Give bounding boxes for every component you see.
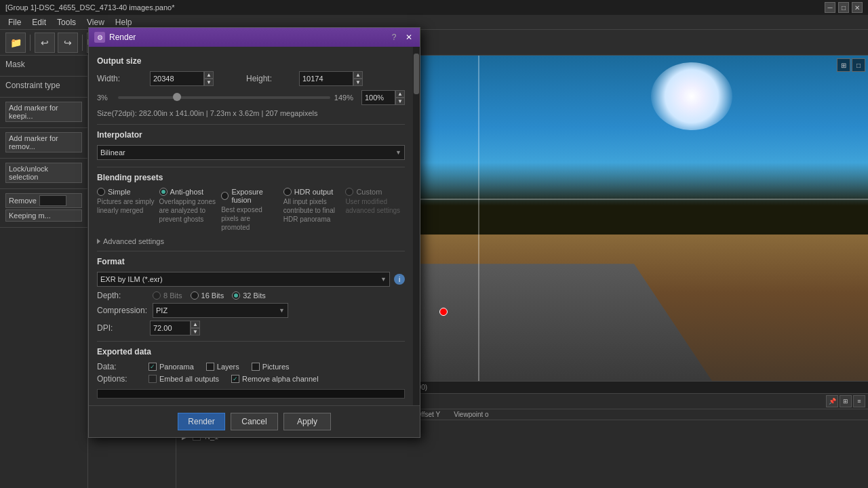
render-button[interactable]: Render bbox=[178, 413, 225, 430]
format-select[interactable]: EXR by ILM (*.exr) ▼ bbox=[97, 272, 390, 287]
blend-custom-desc: User modified advanced settings bbox=[345, 197, 405, 215]
add-keep-marker-button[interactable]: Add marker for keepi... bbox=[5, 102, 82, 122]
redo-button[interactable]: ↪ bbox=[58, 33, 78, 53]
pictures-check-label[interactable]: Pictures bbox=[252, 363, 290, 371]
render-dialog[interactable]: ⚙ Render ? ✕ Output size Width: ▲ ▼ bbox=[88, 27, 420, 438]
remove-alpha-label[interactable]: Remove alpha channel bbox=[231, 375, 319, 383]
undo-button[interactable]: ↩ bbox=[35, 33, 55, 53]
zoom-spin-btns: ▲ ▼ bbox=[395, 90, 405, 105]
dpi-down[interactable]: ▼ bbox=[191, 328, 200, 336]
divider-4 bbox=[97, 341, 405, 342]
add-remove-marker-button[interactable]: Add marker for remov... bbox=[5, 132, 82, 152]
blend-simple-row: Simple bbox=[97, 188, 131, 196]
depth-32bit[interactable]: 32 Bits bbox=[232, 291, 266, 300]
width-input[interactable] bbox=[150, 71, 204, 86]
width-down[interactable]: ▼ bbox=[204, 79, 214, 86]
panorama-label: Panorama bbox=[159, 363, 194, 371]
compression-select[interactable]: PIZ ▼ bbox=[153, 303, 288, 318]
depth-8bit[interactable]: 8 Bits bbox=[153, 291, 182, 300]
remove-alpha-checkbox[interactable] bbox=[231, 375, 239, 383]
blend-hdr-radio[interactable] bbox=[283, 188, 292, 196]
zoom-input[interactable] bbox=[361, 90, 395, 105]
height-spinner[interactable]: ▲ ▼ bbox=[299, 71, 363, 86]
open-button[interactable]: 📁 bbox=[5, 33, 26, 53]
apply-button[interactable]: Apply bbox=[283, 413, 331, 430]
blend-custom-row: Custom bbox=[345, 188, 382, 196]
blend-custom[interactable]: Custom User modified advanced settings bbox=[345, 188, 405, 232]
blend-custom-label: Custom bbox=[356, 188, 382, 196]
list-button[interactable]: ≡ bbox=[853, 395, 865, 407]
dialog-scrollbar-thumb[interactable] bbox=[414, 54, 419, 94]
height-input[interactable] bbox=[299, 71, 353, 86]
zoom-up[interactable]: ▲ bbox=[395, 90, 405, 98]
zoom-down[interactable]: ▼ bbox=[395, 98, 405, 105]
grid-button[interactable]: ⊞ bbox=[840, 395, 852, 407]
grid-view-button[interactable]: ⊞ bbox=[837, 58, 850, 72]
width-label: Width: bbox=[97, 74, 144, 83]
menu-help[interactable]: Help bbox=[110, 16, 138, 28]
zoom-spinner[interactable]: ▲ ▼ bbox=[361, 90, 405, 105]
dialog-scrollbar[interactable] bbox=[413, 47, 420, 405]
depth-label: Depth: bbox=[97, 291, 144, 300]
blend-exposure-label: Exposure fusion bbox=[231, 188, 280, 204]
pictures-checkbox[interactable] bbox=[252, 363, 260, 371]
blend-exposure-radio[interactable] bbox=[221, 192, 229, 200]
dpi-spinner[interactable]: ▲ ▼ bbox=[150, 321, 200, 336]
dpi-input[interactable] bbox=[150, 321, 191, 336]
height-label: Height: bbox=[246, 74, 294, 83]
panorama-checkbox[interactable] bbox=[149, 363, 157, 371]
close-button[interactable]: ✕ bbox=[852, 2, 863, 13]
red-marker bbox=[439, 308, 448, 316]
layers-checkbox[interactable] bbox=[206, 363, 214, 371]
menu-tools[interactable]: Tools bbox=[52, 16, 81, 28]
depth-16bit-radio[interactable] bbox=[191, 291, 199, 300]
menu-edit[interactable]: Edit bbox=[26, 16, 52, 28]
blend-simple-label: Simple bbox=[108, 188, 131, 196]
dpi-up[interactable]: ▲ bbox=[191, 321, 200, 328]
height-down[interactable]: ▼ bbox=[353, 79, 363, 86]
height-up[interactable]: ▲ bbox=[353, 71, 363, 79]
depth-8bit-radio[interactable] bbox=[153, 291, 161, 300]
compression-value: PIZ bbox=[156, 306, 167, 314]
blend-simple-radio[interactable] bbox=[97, 188, 105, 196]
embed-all-checkbox[interactable] bbox=[149, 375, 157, 383]
keeping-button[interactable]: Keeping m... bbox=[5, 209, 82, 222]
embed-all-label[interactable]: Embed all outputs bbox=[149, 375, 219, 383]
lock-button[interactable]: Lock/unlock selection bbox=[5, 163, 82, 183]
divider-3 bbox=[97, 251, 405, 251]
single-view-button[interactable]: □ bbox=[852, 58, 865, 72]
minimize-button[interactable]: ─ bbox=[825, 2, 835, 13]
blend-exposure[interactable]: Exposure fusion Best exposed pixels are … bbox=[221, 188, 281, 232]
cancel-button[interactable]: Cancel bbox=[231, 413, 278, 430]
toolbar-separator-2 bbox=[82, 35, 83, 51]
embed-all-text: Embed all outputs bbox=[159, 375, 219, 383]
menu-view[interactable]: View bbox=[81, 16, 110, 28]
layers-check-label[interactable]: Layers bbox=[206, 363, 239, 371]
blend-antighost-row: Anti-ghost bbox=[159, 188, 204, 196]
blend-custom-radio[interactable] bbox=[345, 188, 353, 196]
format-info-icon[interactable]: i bbox=[394, 274, 405, 285]
menu-file[interactable]: File bbox=[3, 16, 26, 28]
blend-hdr-desc: All input pixels contribute to final HDR… bbox=[283, 197, 343, 224]
width-spinner[interactable]: ▲ ▼ bbox=[150, 71, 214, 86]
blend-antighost-radio[interactable] bbox=[159, 188, 167, 196]
blend-antighost[interactable]: Anti-ghost Overlapping zones are analyze… bbox=[159, 188, 219, 232]
advanced-settings-row[interactable]: Advanced settings bbox=[97, 237, 405, 245]
blend-simple[interactable]: Simple Pictures are simply linearly merg… bbox=[97, 188, 157, 232]
pin-button[interactable]: 📌 bbox=[826, 395, 838, 407]
dialog-close-button[interactable]: ✕ bbox=[403, 32, 414, 43]
maximize-button[interactable]: □ bbox=[838, 2, 849, 13]
remove-button[interactable]: Remove bbox=[5, 193, 82, 208]
width-up[interactable]: ▲ bbox=[204, 71, 214, 79]
zoom-track[interactable] bbox=[118, 96, 330, 99]
blend-hdr[interactable]: HDR output All input pixels contribute t… bbox=[283, 188, 343, 232]
depth-16bit[interactable]: 16 Bits bbox=[191, 291, 224, 300]
remove-input[interactable] bbox=[39, 195, 66, 206]
depth-32bit-radio[interactable] bbox=[232, 291, 240, 300]
dpi-label: DPI: bbox=[97, 323, 144, 333]
panorama-check-label[interactable]: Panorama bbox=[149, 363, 194, 371]
zoom-thumb[interactable] bbox=[173, 93, 181, 101]
viewport-divider-vertical bbox=[478, 56, 479, 381]
interpolator-select[interactable]: Bilinear ▼ bbox=[97, 145, 405, 160]
dialog-help-button[interactable]: ? bbox=[389, 32, 399, 43]
